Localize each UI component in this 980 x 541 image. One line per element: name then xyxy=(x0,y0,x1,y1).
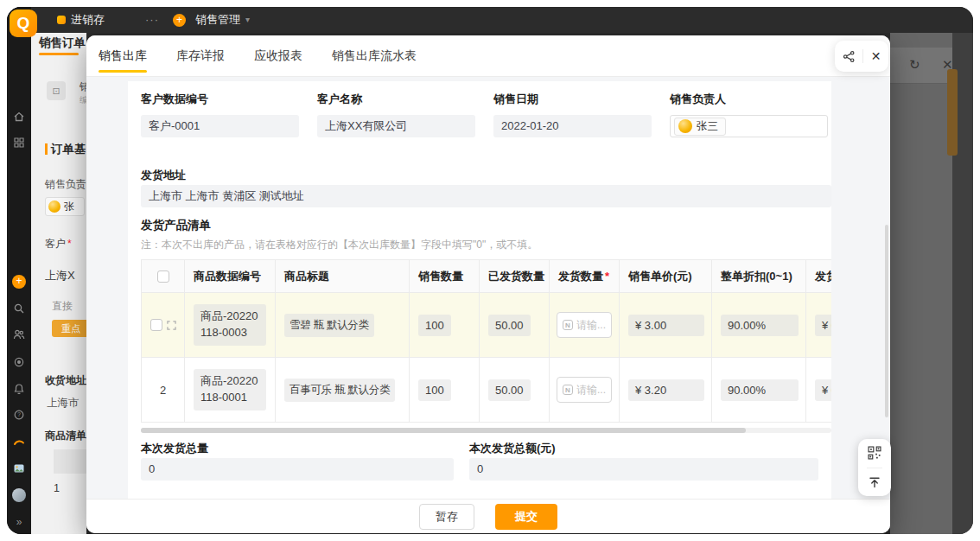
select-all-checkbox[interactable] xyxy=(157,270,169,283)
sidebar-add-icon[interactable]: + xyxy=(12,275,26,289)
gallery-icon[interactable] xyxy=(13,462,25,474)
drawer-address-value: 上海市 xyxy=(47,396,80,411)
qr-code-icon[interactable] xyxy=(868,446,881,460)
shipped-qty-value: 50.00 xyxy=(488,379,531,401)
ship-qty-input[interactable]: N请输... xyxy=(557,377,612,403)
ship-qty-placeholder: 请输... xyxy=(576,383,606,398)
owner-avatar xyxy=(48,200,60,213)
field-label: 客户名称 xyxy=(317,92,475,107)
sales-owner-tag[interactable]: 张三 xyxy=(674,118,726,136)
drawer-table-cell xyxy=(54,449,86,474)
table-row: 商品-20220118-0003 雪碧 瓶 默认分类 100 50.00 N请输… xyxy=(142,293,832,358)
drawer-customer-label: 客户* xyxy=(45,237,72,251)
floating-toolbar xyxy=(858,439,891,496)
drawer-section-title: 订单基 xyxy=(51,142,86,157)
help-icon[interactable]: ? xyxy=(13,409,25,421)
dimmed-orange-button xyxy=(947,69,958,156)
tab-inventory-report[interactable]: 库存详报 xyxy=(176,35,225,76)
amount-value: ¥ 0 xyxy=(815,315,831,336)
row-number: 2 xyxy=(160,384,166,397)
tab-outbound-flow-report[interactable]: 销售出库流水表 xyxy=(332,35,417,76)
divider xyxy=(862,49,863,63)
modal-window-controls: ✕ xyxy=(835,41,888,72)
dimmed-background-right: ↻ ✕ xyxy=(890,33,973,534)
scrollbar-thumb[interactable] xyxy=(141,428,746,433)
field-customer-code: 客户数据编号 客户-0001 xyxy=(141,92,299,137)
sale-qty-value: 100 xyxy=(418,379,451,401)
section-accent-bar xyxy=(45,143,48,155)
share-icon[interactable] xyxy=(843,50,856,63)
tab-receivables-report[interactable]: 应收报表 xyxy=(254,35,302,76)
refresh-icon: ↻ xyxy=(909,57,920,73)
home-icon[interactable] xyxy=(13,111,25,123)
product-title-value: 雪碧 瓶 默认分类 xyxy=(284,314,374,337)
drawer-active-tab-underline xyxy=(39,53,79,55)
apps-grid-icon[interactable] xyxy=(13,137,25,149)
sales-outbound-modal: 销售出库 库存详报 应收报表 销售出库流水表 ✕ 客户数据编号 客户-0001 … xyxy=(86,35,890,533)
drawer-row-index: 1 xyxy=(54,482,60,494)
submit-button[interactable]: 提交 xyxy=(495,504,557,530)
amount-value: ¥ 0 xyxy=(815,379,831,401)
tab-sales-outbound[interactable]: 销售出库 xyxy=(99,35,147,76)
collapse-sidebar-icon[interactable]: » xyxy=(7,516,31,528)
topbar: 进销存 ··· + 销售管理 ▾ xyxy=(7,7,973,33)
col-sale-qty: 销售数量 xyxy=(410,260,480,293)
topbar-tab-sales-management[interactable]: 销售管理 xyxy=(195,7,240,33)
products-section-title: 发货产品清单 xyxy=(141,218,211,233)
product-title-value: 百事可乐 瓶 默认分类 xyxy=(284,379,395,402)
col-product-code: 商品数据编号 xyxy=(185,260,276,293)
total-qty-label: 本次发货总量 xyxy=(141,441,208,456)
drawer-text-fragment: 编 xyxy=(80,94,86,106)
field-label: 销售负责人 xyxy=(670,92,828,107)
ship-qty-input[interactable]: N请输... xyxy=(557,312,612,338)
form-card: 客户数据编号 客户-0001 客户名称 上海XX有限公司 销售日期 2022-0… xyxy=(128,81,831,499)
col-discount: 整单折扣(0~1) xyxy=(712,260,806,293)
modal-footer: 暂存 提交 xyxy=(86,499,890,533)
modal-close-icon[interactable]: ✕ xyxy=(871,49,881,63)
brand-swoosh-icon[interactable] xyxy=(13,436,25,449)
bell-icon[interactable] xyxy=(13,383,25,395)
drawer-option-text: 直接 xyxy=(52,299,73,314)
app-window: 进销存 ··· + 销售管理 ▾ Q + ? » 销售订单 ⊡ 销 编 订单基 … xyxy=(7,7,973,534)
drawer-text-fragment: 销 xyxy=(80,80,86,94)
col-shipped-qty: 已发货数量 xyxy=(480,260,550,293)
field-sales-owner: 销售负责人 张三 xyxy=(670,92,828,137)
products-table: 商品数据编号 商品标题 销售数量 已发货数量 发货数量* 销售单价(元) 整单折… xyxy=(141,259,831,423)
search-icon[interactable] xyxy=(13,302,25,315)
field-sale-date: 销售日期 2022-01-20 xyxy=(493,92,652,137)
col-amount: 发货 xyxy=(806,260,832,293)
col-ship-qty: 发货数量* xyxy=(550,260,620,293)
user-avatar[interactable] xyxy=(12,488,26,502)
dimmed-panel-header: ↻ ✕ xyxy=(890,48,952,84)
target-icon[interactable] xyxy=(13,356,25,368)
field-label: 销售日期 xyxy=(493,92,652,107)
save-draft-button[interactable]: 暂存 xyxy=(419,504,474,530)
topbar-add-tab-icon[interactable]: + xyxy=(173,14,186,27)
col-product-title: 商品标题 xyxy=(276,260,410,293)
drawer-products-label: 商品清单 xyxy=(45,429,86,443)
table-horizontal-scrollbar[interactable] xyxy=(141,428,831,433)
customer-name-input: 上海XX有限公司 xyxy=(317,115,475,137)
product-code-value: 商品-20220118-0003 xyxy=(194,304,266,346)
unit-price-value: ¥ 3.20 xyxy=(628,379,704,401)
row-checkbox[interactable] xyxy=(150,319,162,331)
modal-vertical-scrollbar[interactable] xyxy=(885,225,888,417)
product-code-value: 商品-20220118-0001 xyxy=(194,369,266,411)
total-amount-input: 0 xyxy=(469,458,818,481)
topbar-tab-inventory[interactable]: 进销存 xyxy=(71,7,105,33)
app-logo[interactable]: Q xyxy=(10,10,37,37)
topbar-more-button[interactable]: ··· xyxy=(145,7,159,33)
total-qty-input: 0 xyxy=(141,458,454,481)
col-unit-price: 销售单价(元) xyxy=(620,260,712,293)
contacts-icon[interactable] xyxy=(13,328,25,341)
svg-text:?: ? xyxy=(17,411,21,417)
field-customer-name: 客户名称 上海XX有限公司 xyxy=(317,92,475,137)
back-to-top-icon[interactable] xyxy=(868,475,881,489)
drag-handle-icon[interactable] xyxy=(167,321,176,330)
form-icon: ⊡ xyxy=(47,81,66,100)
left-sidebar: + ? » xyxy=(7,7,31,534)
field-label: 客户数据编号 xyxy=(141,92,299,107)
sales-owner-input[interactable]: 张三 xyxy=(670,115,828,137)
drawer-address-label: 收货地址 xyxy=(45,373,86,388)
total-amount-label: 本次发货总额(元) xyxy=(469,441,556,456)
